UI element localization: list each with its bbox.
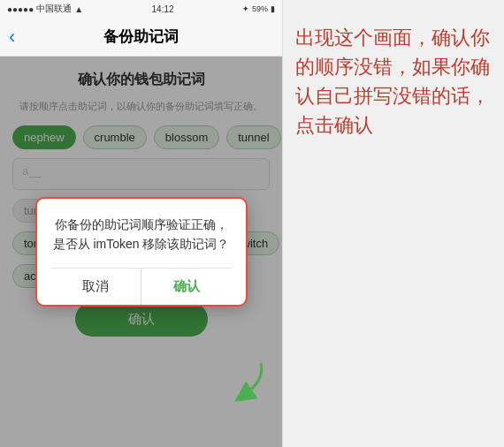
bluetooth-icon: ✦ — [242, 4, 249, 13]
battery-percent: 59% — [252, 4, 268, 13]
back-button[interactable]: ‹ — [9, 26, 15, 49]
status-left: ●●●●● 中国联通 ▲ — [7, 3, 83, 15]
dialog-ok-button[interactable]: 确认 — [141, 269, 232, 305]
phone-frame: ●●●●● 中国联通 ▲ 14:12 ✦ 59% ▮ ‹ 备份助记词 确认你的钱… — [0, 0, 283, 447]
status-time: 14:12 — [152, 4, 174, 14]
carrier-name: 中国联通 — [36, 3, 72, 15]
annotation-panel: 出现这个画面，确认你的顺序没错，如果你确认自己拼写没错的话，点击确认 — [283, 0, 504, 447]
status-bar: ●●●●● 中国联通 ▲ 14:12 ✦ 59% ▮ — [0, 0, 282, 18]
main-content: 确认你的钱包助记词 请按顺序点击助记词，以确认你的备份助记词填写正确。 neph… — [0, 57, 282, 447]
status-right: ✦ 59% ▮ — [242, 4, 275, 13]
battery-icon: ▮ — [271, 4, 275, 13]
dialog-buttons: 取消 确认 — [51, 268, 232, 305]
dialog-cancel-button[interactable]: 取消 — [51, 269, 142, 305]
green-arrow-indicator — [217, 359, 270, 406]
nav-title: 备份助记词 — [103, 27, 179, 47]
annotation-text: 出现这个画面，确认你的顺序没错，如果你确认自己拼写没错的话，点击确认 — [295, 23, 495, 140]
nav-bar: ‹ 备份助记词 — [0, 18, 282, 57]
dialog-message: 你备份的助记词顺序验证正确，是否从 imToken 移除该助记词？ — [51, 215, 232, 254]
signal-dots: ●●●●● — [7, 4, 34, 14]
dialog-box: 你备份的助记词顺序验证正确，是否从 imToken 移除该助记词？ 取消 确认 — [35, 197, 248, 307]
wifi-icon: ▲ — [74, 4, 83, 14]
